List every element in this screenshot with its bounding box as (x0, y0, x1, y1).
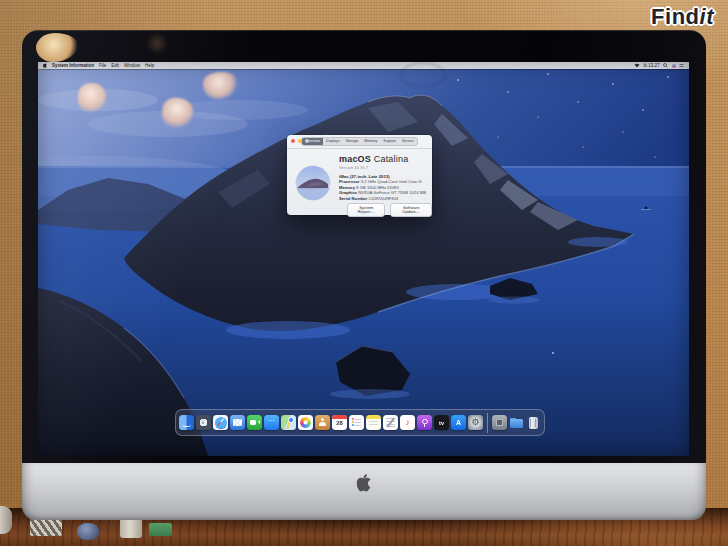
menu-system-information[interactable]: System Information (52, 62, 94, 69)
dock: 28♪tvA⚙ (175, 409, 545, 436)
desk-object-grey (0, 506, 12, 534)
apple-menu-icon[interactable] (43, 63, 47, 68)
app-store-glyph: A (456, 419, 461, 426)
facetime-dock-icon[interactable] (247, 415, 262, 430)
tab-support[interactable]: Support (380, 138, 399, 145)
mail-dock-icon[interactable] (230, 415, 245, 430)
window-toolbar[interactable]: OverviewDisplaysStorageMemorySupportServ… (287, 135, 432, 149)
spotlight-search-icon[interactable] (663, 63, 668, 68)
trash-dock-icon[interactable] (526, 415, 541, 430)
minimize-button[interactable] (298, 139, 302, 143)
findit-prefix: Find (651, 4, 699, 29)
safari-dock-icon[interactable] (213, 415, 228, 430)
close-button[interactable] (291, 139, 295, 143)
wifi-icon[interactable] (634, 63, 640, 68)
spec-label: Serial Number (339, 196, 367, 201)
maps-dock-icon[interactable] (281, 415, 296, 430)
textedit-dock-icon[interactable] (383, 415, 398, 430)
notification-center-icon[interactable] (679, 63, 684, 68)
traffic-lights (291, 139, 309, 143)
music-glyph: ♪ (405, 418, 409, 427)
os-title: macOS Catalina (339, 154, 426, 164)
catalina-wallpaper (38, 62, 689, 456)
apple-logo (357, 474, 372, 492)
catalina-island-artwork (296, 166, 330, 200)
imac: System InformationFileEditWindowHelp lö … (22, 30, 706, 520)
system-preferences-glyph: ⚙ (471, 418, 479, 427)
photos-dock-icon[interactable] (298, 415, 313, 430)
messages-dock-icon[interactable] (264, 415, 279, 430)
podcasts-dock-icon[interactable] (417, 415, 432, 430)
spec-serial-number: Serial Number C02KV049F8J4 (339, 196, 426, 202)
photo-of-imac: Findit (0, 0, 728, 546)
spec-value: NVIDIA GeForce GT 755M 1024 MB (357, 190, 426, 195)
bezel-faint-reflection (146, 33, 168, 54)
contacts-dock-icon[interactable] (315, 415, 330, 430)
software-update-button[interactable]: Software Update… (390, 203, 432, 217)
tv-dock-icon[interactable]: tv (434, 415, 449, 430)
os-name-light: Catalina (371, 154, 408, 164)
tab-service[interactable]: Service (399, 138, 417, 145)
menu-clock[interactable]: lö 13.27 (643, 63, 659, 68)
system-information-dock-icon[interactable] (492, 415, 507, 430)
spec-list: Processor 3,2 GHz Quad-Core Intel Core i… (339, 179, 426, 201)
system-preferences-dock-icon[interactable]: ⚙ (468, 415, 483, 430)
spec-label: Processor (339, 179, 359, 184)
system-report-button[interactable]: System Report… (347, 203, 385, 217)
siri-icon[interactable] (672, 64, 676, 68)
display-bezel: System InformationFileEditWindowHelp lö … (22, 30, 706, 464)
menu-left: System InformationFileEditWindowHelp (38, 62, 634, 69)
about-window-body: macOS Catalina Version 10.15.7 iMac (27-… (287, 149, 432, 201)
menu-status-area: lö 13.27 (634, 63, 689, 68)
spec-value: 3,2 GHz Quad-Core Intel Core i5 (359, 179, 421, 184)
menu-bar: System InformationFileEditWindowHelp lö … (38, 62, 689, 69)
about-this-mac-window: OverviewDisplaysStorageMemorySupportServ… (287, 135, 432, 215)
about-buttons: System Report…Software Update… (347, 203, 432, 217)
calendar-glyph: 28 (332, 420, 347, 426)
os-version: Version 10.15.7 (339, 165, 426, 170)
menu-window[interactable]: Window (124, 62, 140, 69)
menu-help[interactable]: Help (145, 62, 154, 69)
app-store-dock-icon[interactable]: A (451, 415, 466, 430)
notes-dock-icon[interactable] (366, 415, 381, 430)
zoom-button[interactable] (305, 139, 309, 143)
spec-value: 8 GB 1600 MHz DDR3 (355, 185, 399, 190)
menu-file[interactable]: File (99, 62, 106, 69)
music-dock-icon[interactable]: ♪ (400, 415, 415, 430)
finder-dock-icon[interactable] (179, 415, 194, 430)
faint-reflection-ring (400, 62, 446, 88)
spec-label: Graphics (339, 190, 357, 195)
tv-glyph: tv (439, 420, 444, 426)
menu-edit[interactable]: Edit (111, 62, 119, 69)
reminders-dock-icon[interactable] (349, 415, 364, 430)
dock-separator (487, 413, 488, 433)
downloads-dock-icon[interactable] (509, 415, 524, 430)
tab-storage[interactable]: Storage (343, 138, 362, 145)
calendar-dock-icon[interactable]: 28 (332, 415, 347, 430)
spec-label: Memory (339, 185, 355, 190)
about-tab-bar: OverviewDisplaysStorageMemorySupportServ… (301, 137, 418, 146)
os-name-bold: macOS (339, 154, 371, 164)
tab-displays[interactable]: Displays (323, 138, 343, 145)
screen: System InformationFileEditWindowHelp lö … (38, 62, 689, 456)
bezel-light-reflection (36, 33, 78, 62)
launchpad-dock-icon[interactable] (196, 415, 211, 430)
imac-chin (22, 463, 706, 520)
findit-watermark: Findit (651, 4, 714, 30)
findit-suffix: it (700, 4, 714, 29)
tab-memory[interactable]: Memory (361, 138, 380, 145)
spec-value: C02KV049F8J4 (367, 196, 398, 201)
